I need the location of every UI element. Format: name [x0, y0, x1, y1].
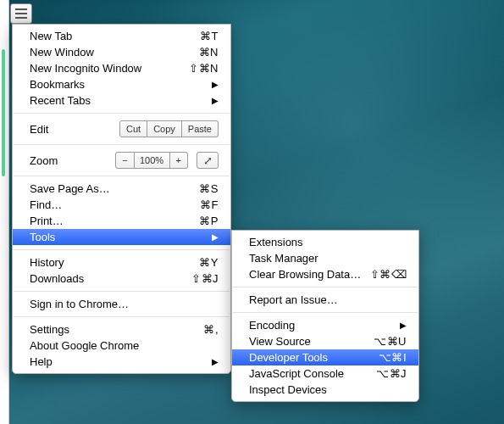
submenu-arrow-icon: ▶: [212, 357, 219, 366]
shortcut: ⇧⌘N: [189, 62, 219, 75]
submenu-item-js-console[interactable]: JavaScript Console ⌥⌘J: [232, 365, 418, 382]
separator: [14, 113, 230, 114]
label: Edit: [30, 123, 119, 136]
fullscreen-button[interactable]: [197, 152, 219, 169]
label: Task Manager: [249, 252, 407, 265]
shortcut: ⌘S: [199, 182, 219, 195]
separator: [14, 291, 230, 292]
label: New Window: [30, 46, 199, 59]
separator: [233, 312, 418, 313]
label: About Google Chrome: [30, 339, 219, 352]
shortcut: ⌘P: [199, 215, 219, 227]
menu-item-tools[interactable]: Tools ▶: [13, 229, 230, 245]
separator: [14, 316, 230, 317]
submenu-arrow-icon: ▶: [212, 232, 219, 242]
zoom-value: 100%: [135, 152, 170, 169]
hamburger-menu-button[interactable]: [10, 3, 32, 24]
label: History: [30, 256, 199, 269]
label: Encoding: [249, 319, 400, 332]
label: Report an Issue…: [249, 293, 407, 306]
menu-item-print[interactable]: Print… ⌘P: [13, 213, 230, 229]
submenu-item-developer-tools[interactable]: Developer Tools ⌥⌘I: [232, 349, 418, 365]
cut-button[interactable]: Cut: [119, 120, 147, 137]
menu-item-history[interactable]: History ⌘Y: [13, 254, 230, 271]
submenu-arrow-icon: ▶: [400, 321, 407, 330]
menu-item-settings[interactable]: Settings ⌘,: [13, 321, 230, 338]
shortcut: ⌘N: [199, 46, 219, 59]
shortcut: ⌘F: [200, 198, 219, 211]
fullscreen-icon: [203, 154, 213, 167]
submenu-item-clear-browsing[interactable]: Clear Browsing Data… ⇧⌘⌫: [232, 266, 418, 282]
separator: [14, 176, 230, 176]
label: Help: [30, 355, 212, 368]
zoom-in-button[interactable]: +: [170, 152, 188, 169]
label: Save Page As…: [30, 182, 199, 195]
label: Extensions: [249, 236, 407, 248]
menu-item-edit: Edit Cut Copy Paste: [13, 118, 230, 140]
chrome-main-menu: New Tab ⌘T New Window ⌘N New Incognito W…: [12, 24, 231, 374]
label: Tools: [30, 231, 212, 243]
menu-item-find[interactable]: Find… ⌘F: [13, 197, 230, 213]
submenu-item-extensions[interactable]: Extensions: [232, 234, 418, 250]
tools-submenu: Extensions Task Manager Clear Browsing D…: [231, 230, 419, 402]
menu-item-new-incognito[interactable]: New Incognito Window ⇧⌘N: [13, 60, 230, 76]
menu-item-about[interactable]: About Google Chrome: [13, 338, 230, 354]
menu-item-save-page[interactable]: Save Page As… ⌘S: [13, 181, 230, 197]
label: Find…: [30, 198, 200, 211]
menu-item-bookmarks[interactable]: Bookmarks ▶: [13, 76, 230, 92]
submenu-item-inspect-devices[interactable]: Inspect Devices: [232, 382, 418, 398]
shortcut: ⌥⌘U: [374, 335, 407, 348]
separator: [14, 144, 230, 145]
label: Clear Browsing Data…: [249, 268, 370, 281]
edit-button-group: Cut Copy Paste: [119, 120, 219, 137]
label: Bookmarks: [30, 78, 212, 91]
label: Print…: [30, 215, 199, 227]
shortcut: ⌘,: [203, 323, 219, 336]
label: JavaScript Console: [249, 367, 376, 380]
submenu-item-report-issue[interactable]: Report an Issue…: [232, 292, 418, 308]
separator: [233, 287, 418, 287]
paste-button[interactable]: Paste: [182, 120, 219, 137]
browser-edge: [0, 0, 9, 424]
submenu-arrow-icon: ▶: [212, 96, 219, 105]
shortcut: ⌥⌘I: [379, 351, 407, 364]
label: Sign in to Chrome…: [30, 298, 219, 310]
menu-item-help[interactable]: Help ▶: [13, 354, 230, 370]
menu-item-sign-in[interactable]: Sign in to Chrome…: [13, 296, 230, 312]
menu-item-new-tab[interactable]: New Tab ⌘T: [13, 28, 230, 44]
submenu-item-view-source[interactable]: View Source ⌥⌘U: [232, 333, 418, 349]
label: View Source: [249, 335, 374, 348]
zoom-out-button[interactable]: −: [115, 152, 134, 169]
label: New Incognito Window: [30, 62, 189, 75]
label: New Tab: [30, 30, 200, 42]
label: Developer Tools: [249, 351, 379, 364]
menu-item-new-window[interactable]: New Window ⌘N: [13, 44, 230, 60]
label: Downloads: [30, 272, 191, 285]
separator: [14, 249, 230, 250]
zoom-button-group: − 100% +: [115, 152, 188, 169]
submenu-arrow-icon: ▶: [212, 80, 219, 89]
menu-item-recent-tabs[interactable]: Recent Tabs ▶: [13, 92, 230, 109]
submenu-item-task-manager[interactable]: Task Manager: [232, 250, 418, 266]
label: Inspect Devices: [249, 383, 407, 396]
copy-button[interactable]: Copy: [147, 120, 182, 137]
shortcut: ⌘Y: [199, 256, 219, 269]
menu-item-downloads[interactable]: Downloads ⇧⌘J: [13, 271, 230, 287]
label: Recent Tabs: [30, 94, 212, 107]
shortcut: ⌘T: [200, 30, 219, 42]
shortcut: ⇧⌘J: [191, 272, 219, 285]
submenu-item-encoding[interactable]: Encoding ▶: [232, 317, 418, 333]
label: Zoom: [30, 154, 115, 167]
label: Settings: [30, 323, 203, 336]
menu-item-zoom: Zoom − 100% +: [13, 149, 230, 171]
shortcut: ⌥⌘J: [376, 367, 407, 380]
shortcut: ⇧⌘⌫: [370, 268, 407, 281]
